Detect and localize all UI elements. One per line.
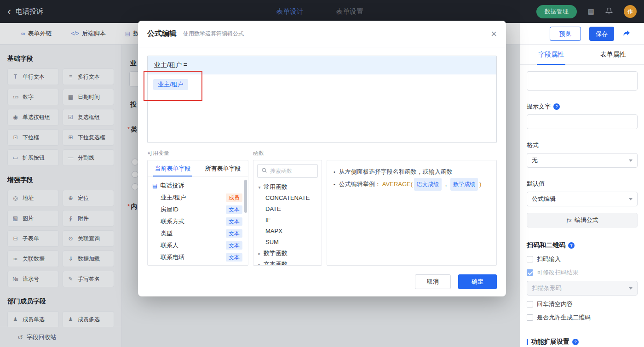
default-value-select[interactable]: 公式编辑 <box>527 192 638 206</box>
checkbox-icon[interactable] <box>527 256 533 262</box>
field-item-label: 下拉框 <box>23 134 39 142</box>
formula-editor[interactable]: 业主/租户 <box>148 74 496 143</box>
help-icon[interactable] <box>553 103 560 110</box>
backend-script-item[interactable]: </> 后端脚本 <box>71 29 106 38</box>
form-tree-root[interactable]: ▤ 电话投诉 <box>148 180 248 192</box>
field-item[interactable]: ◎地址 <box>7 190 59 206</box>
tab-form-design[interactable]: 表单设计 <box>276 7 304 16</box>
canvas-field-label-fragment: 业 <box>130 59 137 68</box>
checkbox-scan-input[interactable]: 扫码输入 <box>527 252 638 266</box>
checkbox-icon[interactable] <box>527 314 533 321</box>
function-item[interactable]: MAPX <box>257 226 318 237</box>
field-item[interactable]: ∮附件 <box>63 210 114 227</box>
formula-target-label: 业主/租户 = <box>148 56 496 74</box>
field-item-label: 单选按钮组 <box>23 114 50 121</box>
help-icon[interactable] <box>572 339 579 345</box>
field-item[interactable]: ⊟子表单 <box>7 230 59 247</box>
tab-field-properties[interactable]: 字段属性 <box>520 45 582 64</box>
formula-field-tag[interactable]: 业主/租户 <box>153 79 188 90</box>
edit-formula-button[interactable]: ƒx 编辑公式 <box>527 213 638 228</box>
app-root: ‹ 电话投诉 表单设计 表单设置 数据管理 ▤ 作 ∞ 表单外链 </> 后端脚… <box>0 0 644 347</box>
property-tabs: 字段属性 表单属性 <box>520 45 644 65</box>
field-item[interactable]: ⊞下拉复选框 <box>63 129 114 146</box>
field-item[interactable]: 123数字 <box>7 89 59 105</box>
radio-option[interactable] <box>132 159 138 165</box>
checkbox-allow-qrcode[interactable]: 是否允许生成二维码 <box>527 311 638 324</box>
section-title: 部门成员字段 <box>7 297 114 306</box>
checkbox-icon[interactable] <box>527 301 533 307</box>
field-item[interactable]: ⇓数据加载 <box>63 250 114 267</box>
function-group[interactable]: ▸数学函数 <box>257 248 318 259</box>
field-item[interactable]: ∞关联数据 <box>7 250 59 267</box>
form-external-link-item[interactable]: ∞ 表单外链 <box>21 29 52 38</box>
field-item[interactable]: ▧图片 <box>7 210 59 227</box>
bell-icon[interactable] <box>605 7 613 16</box>
modal-title: 公式编辑 <box>147 29 177 39</box>
field-item[interactable]: ✎手写签名 <box>63 271 114 287</box>
field-item[interactable]: ♟成员多选 <box>63 311 114 328</box>
radio-option[interactable] <box>132 183 138 190</box>
radio-option[interactable] <box>132 171 138 178</box>
search-input[interactable] <box>270 168 314 174</box>
multi-line-text-icon: ≡ <box>67 74 75 80</box>
close-icon[interactable]: × <box>491 29 497 39</box>
field-item[interactable]: T单行文本 <box>7 68 59 85</box>
tab-form-properties[interactable]: 表单属性 <box>582 45 644 64</box>
variable-item[interactable]: 房屋ID文本 <box>148 204 248 216</box>
function-group[interactable]: ▾常用函数 <box>257 182 318 193</box>
save-button[interactable]: 保存 <box>589 27 614 41</box>
cancel-button[interactable]: 取消 <box>415 274 451 289</box>
field-item[interactable]: ♟成员单选 <box>7 311 59 328</box>
data-manage-button[interactable]: 数据管理 <box>536 5 577 18</box>
field-item[interactable]: ⊙关联查询 <box>63 230 114 247</box>
field-item[interactable]: —分割线 <box>63 149 114 166</box>
property-input[interactable] <box>527 71 638 91</box>
variable-item[interactable]: 联系电话文本 <box>148 251 248 263</box>
function-item[interactable]: SUM <box>257 237 318 248</box>
field-item[interactable]: ⊕定位 <box>63 190 114 206</box>
checkbox-enter-clear[interactable]: 回车清空内容 <box>527 297 638 311</box>
field-item[interactable]: ▦日期时间 <box>63 89 114 105</box>
hint-text-input[interactable] <box>527 114 638 129</box>
checkbox-label: 扫码输入 <box>537 255 561 263</box>
confirm-button[interactable]: 确定 <box>458 274 497 289</box>
function-list: ▾常用函数CONCATENATEDATEIFMAPXSUM▸数学函数▸文本函数 <box>257 182 318 266</box>
user-avatar[interactable]: 作 <box>624 5 637 18</box>
format-select[interactable]: 无 <box>527 153 638 168</box>
function-item[interactable]: CONCATENATE <box>257 193 318 204</box>
tab-all-form-fields[interactable]: 所有表单字段 <box>198 160 248 176</box>
section-title: 增强字段 <box>7 176 114 184</box>
example-field-tag: 数学成绩 <box>450 178 478 191</box>
field-item[interactable]: ☑复选框组 <box>63 109 114 125</box>
function-item[interactable]: IF <box>257 215 318 226</box>
checkbox-modify-scan-result[interactable]: 可修改扫码结果 <box>527 266 638 279</box>
variable-item[interactable]: 联系方式文本 <box>148 216 248 228</box>
function-group[interactable]: ▸文本函数 <box>257 259 318 266</box>
back-icon[interactable]: ‹ <box>7 6 11 17</box>
field-item[interactable]: ▭扩展按钮 <box>7 149 59 166</box>
recycle-icon: ↺ <box>17 334 23 341</box>
help-icon[interactable] <box>568 242 575 249</box>
preview-button[interactable]: 预览 <box>550 27 581 41</box>
field-item[interactable]: №流水号 <box>7 271 59 287</box>
variable-item[interactable]: 业主/租户成员 <box>148 192 248 204</box>
tab-form-settings[interactable]: 表单设置 <box>336 7 363 16</box>
field-item-label: 分割线 <box>78 154 94 162</box>
variable-item[interactable]: 联系人文本 <box>148 239 248 251</box>
field-item[interactable]: ≡多行文本 <box>63 68 114 85</box>
field-item[interactable]: ◉单选按钮组 <box>7 109 59 125</box>
canvas-field-label-fragment: 投 <box>130 101 137 109</box>
section-title: 基础字段 <box>7 55 114 63</box>
variable-item[interactable]: 类型文本 <box>148 228 248 239</box>
tab-current-form-fields[interactable]: 当前表单字段 <box>148 160 198 176</box>
share-icon[interactable] <box>622 29 631 39</box>
field-item-label: 子表单 <box>23 235 39 243</box>
field-recycle-bin[interactable]: ↺ 字段回收站 <box>0 327 121 347</box>
scan-type-select[interactable]: 扫描条形码 <box>527 281 638 296</box>
workflow-icon[interactable]: ▤ <box>588 7 594 16</box>
function-item[interactable]: DATE <box>257 204 318 215</box>
checkbox-icon[interactable] <box>527 269 533 276</box>
field-type-badge: 文本 <box>226 205 242 214</box>
field-item[interactable]: ⊡下拉框 <box>7 129 59 146</box>
scrollbar-thumb[interactable] <box>244 180 247 213</box>
